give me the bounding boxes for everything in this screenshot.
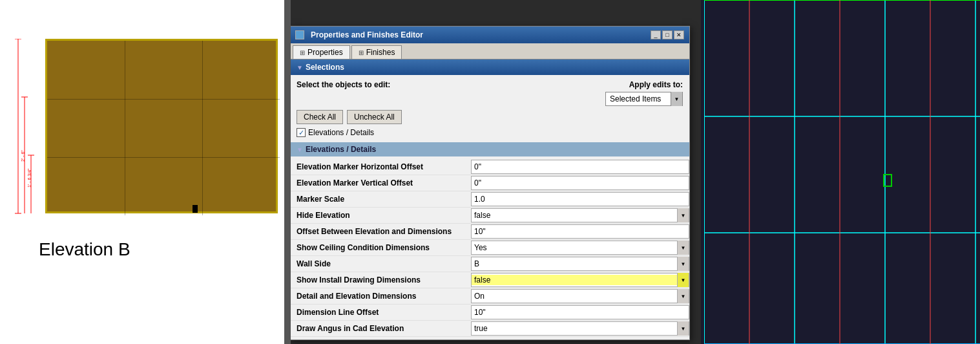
prop-label-hide-elevation: Hide Elevation [290, 210, 471, 221]
cad-right-grid [704, 0, 980, 344]
draw-angus-arrow-icon[interactable]: ▼ [677, 321, 689, 336]
prop-select-wall-side[interactable]: B ▼ [471, 257, 689, 271]
prop-select-detail-elev-dim-value: On [472, 291, 677, 301]
elevations-details-section-header: ▼ Elevations / Details [290, 142, 689, 156]
prop-input-marker-scale[interactable] [471, 192, 689, 206]
selections-area: Select the objects to edit: Apply edits … [290, 75, 689, 142]
prop-label-ceiling-condition: Show Ceiling Condition Dimensions [290, 242, 471, 253]
tab-properties[interactable]: ⊞ Properties [293, 45, 350, 59]
prop-row-wall-side: Wall Side B ▼ [290, 256, 689, 272]
prop-row-install-drawing: Show Install Drawing Dimensions false ▼ [290, 272, 689, 288]
prop-label-offset-elev-dim: Offset Between Elevation and Dimensions [290, 226, 471, 237]
apply-edits-dropdown[interactable]: Selected Items ▼ [605, 92, 683, 106]
check-all-button[interactable]: Check All [297, 110, 343, 124]
prop-row-dim-line-offset: Dimension Line Offset [290, 305, 689, 321]
apply-edits-arrow-button[interactable]: ▼ [671, 92, 682, 106]
apply-edits-value: Selected Items [606, 93, 671, 105]
elevations-checkbox-label: Elevations / Details [308, 128, 374, 137]
prop-row-marker-scale: Marker Scale [290, 191, 689, 208]
wall-side-arrow-icon[interactable]: ▼ [677, 257, 689, 271]
elevations-details-header-label: Elevations / Details [306, 145, 376, 154]
prop-label-install-drawing: Show Install Drawing Dimensions [290, 274, 471, 286]
floor-plan-marker [193, 205, 198, 213]
prop-row-horiz-offset: Elevation Marker Horizontal Offset [290, 159, 689, 175]
dialog-content: ▼ Selections Select the objects to edit:… [290, 59, 689, 339]
prop-label-vert-offset: Elevation Marker Vertical Offset [290, 177, 471, 189]
prop-select-ceiling-value: Yes [472, 242, 677, 253]
prop-row-draw-angus: Draw Angus in Cad Elevation true ▼ [290, 321, 689, 337]
maximize-button[interactable]: □ [662, 30, 672, 39]
minimize-button[interactable]: _ [651, 30, 661, 39]
svg-text:1' - 6 3/4": 1' - 6 3/4" [27, 168, 32, 188]
finishes-tab-icon: ⊞ [359, 49, 364, 56]
tab-finishes[interactable]: ⊞ Finishes [351, 45, 402, 59]
prop-row-vert-offset: Elevation Marker Vertical Offset [290, 175, 689, 191]
prop-select-detail-elev-dim[interactable]: On ▼ [471, 289, 689, 303]
prop-select-hide-elevation-value: false [472, 210, 677, 220]
properties-finishes-dialog: Properties and Finishes Editor _ □ ✕ ⊞ P… [289, 26, 690, 340]
prop-select-hide-elevation[interactable]: false ▼ [471, 208, 689, 222]
prop-input-offset-elev-dim[interactable] [471, 224, 689, 239]
prop-label-detail-elev-dim: Detail and Elevation Dimensions [290, 290, 471, 302]
selections-header-label: Selections [306, 63, 344, 72]
tab-properties-label: Properties [308, 48, 343, 57]
prop-select-wall-side-value: B [472, 259, 677, 269]
uncheck-all-button[interactable]: Uncheck All [347, 110, 402, 124]
select-objects-label: Select the objects to edit: [297, 80, 390, 89]
svg-text:2' - 6": 2' - 6" [21, 150, 25, 162]
ceiling-condition-arrow-icon[interactable]: ▼ [677, 241, 689, 255]
dialog-title-icon [295, 30, 304, 39]
separator-strip [284, 0, 291, 344]
apply-edits-label: Apply edits to: [629, 80, 683, 89]
prop-select-draw-angus-value: true [472, 323, 677, 334]
prop-select-install-drawing[interactable]: false ▼ [471, 273, 689, 287]
grid-line-v1 [125, 41, 125, 215]
elevation-label: Elevation B [39, 239, 130, 260]
floor-plan-outline [45, 39, 278, 213]
prop-label-draw-angus: Draw Angus in Cad Elevation [290, 323, 471, 334]
hide-elevation-arrow-icon[interactable]: ▼ [677, 208, 689, 222]
prop-row-hide-elevation: Hide Elevation false ▼ [290, 208, 689, 224]
prop-row-ceiling-condition: Show Ceiling Condition Dimensions Yes ▼ [290, 240, 689, 256]
install-drawing-arrow-icon[interactable]: ▼ [677, 273, 689, 287]
prop-input-dim-line-offset[interactable] [471, 305, 689, 319]
prop-label-wall-side: Wall Side [290, 258, 471, 270]
dialog-tabs: ⊞ Properties ⊞ Finishes [290, 43, 689, 59]
prop-select-draw-angus[interactable]: true ▼ [471, 321, 689, 336]
prop-input-horiz-offset[interactable] [471, 160, 689, 174]
grid-line-v2 [202, 41, 203, 215]
dialog-titlebar: Properties and Finishes Editor _ □ ✕ [290, 27, 689, 43]
prop-row-offset-elev-dim: Offset Between Elevation and Dimensions [290, 224, 689, 240]
tab-finishes-label: Finishes [366, 48, 395, 57]
elevations-chevron-icon: ▼ [297, 146, 303, 153]
selections-chevron-icon: ▼ [297, 64, 303, 71]
selections-section-header: ▼ Selections [290, 59, 689, 75]
dimension-annotations: 5' - 8" 2' - 6" 1' - 6 3/4" [12, 39, 54, 220]
detail-elev-dim-arrow-icon[interactable]: ▼ [677, 289, 689, 303]
selections-top-row: Select the objects to edit: Apply edits … [297, 80, 683, 106]
apply-edits-section: Apply edits to: Selected Items ▼ [605, 80, 683, 106]
elevations-checkbox[interactable] [297, 128, 306, 137]
close-button[interactable]: ✕ [674, 30, 684, 39]
prop-label-marker-scale: Marker Scale [290, 193, 471, 205]
checkbox-row-elevations: Elevations / Details [297, 128, 683, 137]
properties-grid: Elevation Marker Horizontal Offset Eleva… [290, 156, 689, 339]
properties-tab-icon: ⊞ [300, 49, 305, 56]
prop-select-ceiling-condition[interactable]: Yes ▼ [471, 241, 689, 255]
prop-row-detail-elev-dim: Detail and Elevation Dimensions On ▼ [290, 288, 689, 305]
svg-text:5' - 8": 5' - 8" [12, 116, 13, 129]
prop-label-horiz-offset: Elevation Marker Horizontal Offset [290, 161, 471, 173]
prop-input-vert-offset[interactable] [471, 176, 689, 190]
grid-line-h2 [47, 157, 280, 158]
prop-select-install-drawing-value: false [472, 275, 677, 285]
titlebar-controls: _ □ ✕ [651, 30, 684, 39]
grid-line-h1 [47, 99, 280, 100]
cad-floor-plan [45, 39, 278, 213]
check-buttons-row: Check All Uncheck All [297, 110, 683, 124]
prop-label-dim-line-offset: Dimension Line Offset [290, 306, 471, 318]
dialog-title-text: Properties and Finishes Editor [311, 30, 423, 39]
